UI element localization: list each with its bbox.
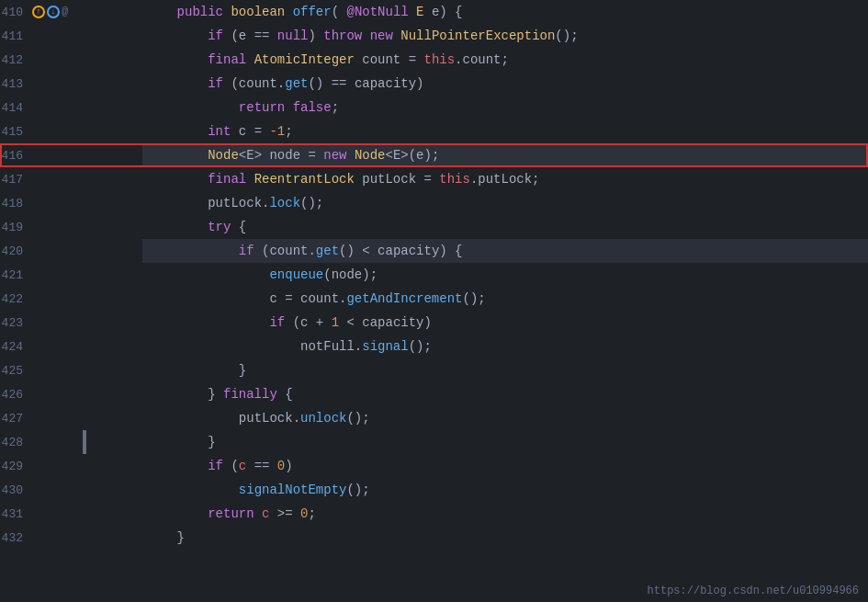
line-gutter: 410↑↓@ <box>0 0 142 24</box>
token: signalNotEmpty <box>239 483 347 497</box>
token <box>146 411 239 426</box>
line-number: 428 <box>0 436 32 449</box>
token: (); <box>346 411 369 426</box>
line-gutter: 423 <box>0 311 142 335</box>
code-line: 432 } <box>0 526 868 550</box>
code-line: 416 Node<E> node = new Node<E>(e); <box>0 143 868 167</box>
token: } <box>146 387 223 402</box>
token: ( <box>223 459 239 473</box>
token: .putLock; <box>470 172 540 187</box>
token: <E>(e); <box>385 148 439 163</box>
line-bar <box>83 335 86 358</box>
line-gutter: 413 <box>0 72 142 96</box>
token: >= <box>269 506 300 521</box>
code-content: putLock.unlock(); <box>142 406 868 430</box>
token: this <box>439 172 470 187</box>
line-gutter: 415 <box>0 119 142 143</box>
code-line: 424 notFull.signal(); <box>0 335 868 358</box>
token: (); <box>462 291 485 306</box>
token: if <box>269 315 285 330</box>
token: signal <box>362 339 408 354</box>
token <box>146 52 208 67</box>
token: + <box>308 315 331 330</box>
token <box>409 5 416 19</box>
token: notFull. <box>300 339 362 354</box>
token: null <box>277 28 309 43</box>
code-content: if (count.get() < capacity) { <box>142 239 868 263</box>
token: (e == <box>223 28 277 43</box>
line-number: 431 <box>0 507 32 521</box>
line-gutter: 427 <box>0 406 142 430</box>
token <box>254 506 262 521</box>
code-line: 425 } <box>0 358 868 382</box>
line-bar <box>83 96 86 119</box>
token <box>146 506 208 521</box>
line-gutter: 417 <box>0 167 142 191</box>
token <box>146 220 208 234</box>
line-bar <box>83 502 86 526</box>
bookmark-up-icon[interactable]: ↑ <box>32 6 45 18</box>
code-content: return false; <box>142 96 868 119</box>
code-line: 430 signalNotEmpty(); <box>0 478 868 502</box>
line-number: 418 <box>0 197 32 210</box>
line-number: 423 <box>0 316 32 330</box>
token: (); <box>300 196 323 210</box>
token: AtomicInteger <box>254 52 355 67</box>
token: this <box>424 52 456 67</box>
code-content: if (c + 1 < capacity) <box>142 311 868 335</box>
code-content: } finally { <box>142 382 868 406</box>
line-bar <box>83 143 86 167</box>
token: (); <box>346 483 369 497</box>
line-bar <box>83 311 86 335</box>
code-line: 418 putLock.lock(); <box>0 191 868 215</box>
token: ) <box>285 459 292 473</box>
line-number: 420 <box>0 244 32 258</box>
line-number: 417 <box>0 173 32 187</box>
token: .count; <box>455 52 509 67</box>
token: false <box>293 100 332 115</box>
line-gutter: 419 <box>0 215 142 239</box>
token: public <box>177 5 223 19</box>
token: = <box>400 52 423 67</box>
code-line: 410↑↓@ public boolean offer( @NotNull E … <box>0 0 868 24</box>
token: putLock. <box>239 411 300 426</box>
token <box>146 196 208 210</box>
code-content: Node<E> node = new Node<E>(e); <box>142 143 868 167</box>
token: return <box>208 506 254 521</box>
token: boolean <box>231 5 285 19</box>
line-gutter: 429 <box>0 454 142 478</box>
token: c <box>239 459 246 473</box>
bookmark-down-icon[interactable]: ↓ <box>47 6 60 18</box>
line-number: 427 <box>0 412 32 426</box>
code-content: signalNotEmpty(); <box>142 478 868 502</box>
token: ( <box>332 5 347 19</box>
line-bar <box>83 215 86 239</box>
token: return <box>239 100 285 115</box>
line-number: 424 <box>0 340 32 354</box>
token: ; <box>285 124 292 139</box>
token <box>146 5 177 19</box>
line-bar <box>83 119 86 143</box>
line-gutter: 430 <box>0 478 142 502</box>
token: try <box>208 220 231 234</box>
line-number: 426 <box>0 388 32 402</box>
line-bar <box>83 358 86 382</box>
line-icons: ↑↓@ <box>32 6 83 18</box>
line-gutter: 416 <box>0 143 142 167</box>
token: final <box>208 52 246 67</box>
line-number: 410 <box>0 6 32 19</box>
line-number: 429 <box>0 460 32 473</box>
token: if <box>239 244 254 258</box>
token: putLock. <box>208 196 269 210</box>
token <box>146 483 239 497</box>
code-content: if (e == null) throw new NullPointerExce… <box>142 24 868 48</box>
code-line: 412 final AtomicInteger count = this.cou… <box>0 48 868 72</box>
token <box>362 28 369 43</box>
code-line: 415 int c = -1; <box>0 119 868 143</box>
code-line: 419 try { <box>0 215 868 239</box>
token <box>146 28 208 43</box>
token: { <box>277 387 293 402</box>
code-line: 417 final ReentrantLock putLock = this.p… <box>0 167 868 191</box>
code-line: 422 c = count.getAndIncrement(); <box>0 287 868 311</box>
token: final <box>208 172 246 187</box>
